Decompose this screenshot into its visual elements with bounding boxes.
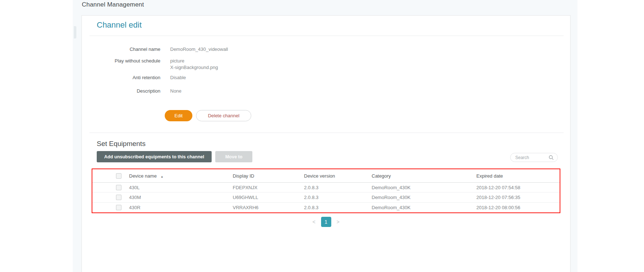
cell-device-name: 430L [129,185,233,190]
field-label: Channel name [82,46,160,53]
field-value: DemoRoom_430_videowall [170,46,228,53]
table-row: 430L FDEPXNJX 2.0.8.3 DemoRoom_430K 2018… [92,183,560,192]
cell-device-name: 430R [129,205,233,210]
cell-category: DemoRoom_430K [372,205,476,210]
field-value: picture X-signBackground.png [170,58,218,71]
row-checkbox[interactable] [116,205,121,210]
search-box [510,153,558,162]
column-header-display-id[interactable]: Display ID [233,173,304,179]
cell-display-id: FDEPXNJX [233,185,304,190]
search-input[interactable] [511,155,549,160]
heading-divider [89,36,564,36]
field-value: Disable [170,74,186,81]
select-all-checkbox[interactable] [116,173,121,179]
cell-category: DemoRoom_430K [372,195,476,200]
cell-device-name: 430M [129,195,233,200]
field-value: None [170,88,181,94]
cell-display-id: VRRAXRH6 [233,205,304,210]
pagination-prev-button[interactable]: < [312,219,315,225]
play-file-value: X-signBackground.png [170,64,218,71]
left-edge-panel-sliver [74,26,76,38]
delete-channel-button[interactable]: Delete channel [196,110,251,121]
pagination-page-1-button[interactable]: 1 [321,217,331,227]
cell-category: DemoRoom_430K [372,185,476,190]
play-type-value: picture [170,58,218,64]
column-header-device-name[interactable]: Device name ▲ [129,173,233,179]
cell-device-version: 2.0.8.3 [304,205,372,210]
table-header-row: Device name ▲ Display ID Device version … [92,169,560,183]
column-header-label: Device name [129,173,157,179]
cell-expired-date: 2018-12-20 08:00:56 [476,205,560,210]
equipments-table: Device name ▲ Display ID Device version … [92,169,560,213]
header-checkbox-cell [92,173,129,179]
row-checkbox-cell [92,205,129,210]
set-equipments-heading: Set Equipments [97,140,145,148]
row-checkbox-cell [92,185,129,190]
row-checkbox[interactable] [116,195,121,200]
page-title: Channel Management [82,1,144,8]
table-row: 430M U69GHWLL 2.0.8.3 DemoRoom_430K 2018… [92,192,560,202]
field-label: Play without schedule [82,58,160,64]
column-header-device-version[interactable]: Device version [304,173,372,179]
channel-edit-heading: Channel edit [97,20,142,30]
channel-edit-card: Channel edit Channel name DemoRoom_430_v… [81,15,571,272]
search-icon[interactable] [549,155,554,160]
cell-device-version: 2.0.8.3 [304,185,372,190]
cell-device-version: 2.0.8.3 [304,195,372,200]
field-label: Anti retention [82,74,160,81]
table-row: 430R VRRAXRH6 2.0.8.3 DemoRoom_430K 2018… [92,203,560,212]
pagination-next-button[interactable]: > [337,219,340,225]
pagination: < 1 > [92,216,560,227]
column-header-expired-date[interactable]: Expired date [476,173,560,179]
edit-button[interactable]: Edit [165,110,192,121]
field-label: Description [82,88,160,94]
cell-expired-date: 2018-12-20 07:54:58 [476,185,560,190]
add-unsubscribed-equipments-button[interactable]: Add unsubscribed equipments to this chan… [97,151,212,162]
row-checkbox[interactable] [116,185,121,190]
move-to-button[interactable]: Move to [215,151,252,162]
section-divider [89,133,564,133]
row-checkbox-cell [92,195,129,200]
sort-ascending-icon: ▲ [161,175,164,178]
cell-expired-date: 2018-12-20 07:56:35 [476,195,560,200]
cell-display-id: U69GHWLL [233,195,304,200]
column-header-category[interactable]: Category [372,173,476,179]
